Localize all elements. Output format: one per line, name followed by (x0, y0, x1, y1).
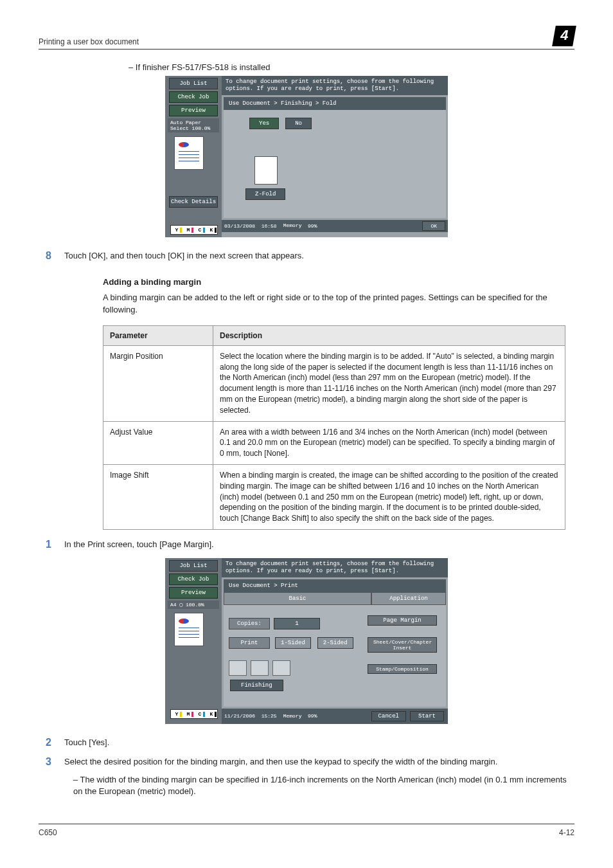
th-description: Description (213, 325, 565, 345)
finishing-button[interactable]: Finishing (230, 680, 283, 691)
screenshot-print: Job List Check Job Preview A4 ▢ 100.0% Y… (165, 558, 448, 724)
start-button[interactable]: Start (410, 711, 444, 721)
ok-button[interactable]: OK (422, 221, 445, 231)
breadcrumb: Use Document > Finishing > Fold (224, 97, 446, 110)
copies-value[interactable]: 1 (274, 618, 320, 629)
footer-time: 16:58 (262, 223, 277, 229)
finisher-note: – If finisher FS-517/FS-518 is installed (129, 62, 574, 72)
instruction-banner: To change document print settings, choos… (222, 76, 448, 95)
footer-page: 4-12 (559, 828, 574, 837)
paper-info: Auto Paper Select 100.0% (168, 118, 219, 132)
page-margin-button[interactable]: Page Margin (368, 615, 437, 626)
preview-tab[interactable]: Preview (169, 105, 218, 116)
footer-memory-label: Memory (283, 713, 302, 719)
cell-param-0: Margin Position (103, 345, 213, 421)
breadcrumb: Use Document > Print (224, 579, 446, 592)
footer-memory-value: 99% (308, 223, 317, 229)
chapter-badge: 4 (552, 26, 576, 46)
footer-date: 11/21/2006 (224, 713, 255, 719)
cell-desc-1: An area with a width between 1/16 and 3/… (213, 421, 565, 464)
footer-time: 15:25 (262, 713, 277, 719)
yes-button[interactable]: Yes (249, 118, 279, 129)
check-job-tab[interactable]: Check Job (169, 574, 218, 585)
copies-label: Copies: (229, 618, 270, 629)
footer-memory-label: Memory (283, 223, 302, 228)
check-details-button[interactable]: Check Details (169, 196, 218, 208)
cell-desc-2: When a binding margin is created, the im… (213, 465, 565, 530)
doc-thumbnail-icon (174, 613, 204, 646)
doc-thumbnail-icon (174, 136, 204, 170)
step-1-text: In the Print screen, touch [Page Margin]… (64, 539, 574, 550)
finishing-icon (229, 660, 247, 676)
cmyk-indicator: YMCK (170, 709, 218, 719)
preview-tab[interactable]: Preview (169, 587, 218, 599)
cell-param-2: Image Shift (103, 465, 213, 530)
step-8-number: 8 (39, 250, 51, 262)
page-preview-icon (254, 156, 278, 185)
step-3-subnote: – The width of the binding margin can be… (73, 774, 574, 797)
intro-text: A binding margin can be added to the lef… (103, 292, 574, 316)
print-label: Print (229, 637, 270, 649)
step-8-text: Touch [OK], and then touch [OK] in the n… (64, 250, 574, 262)
job-list-tab[interactable]: Job List (169, 560, 218, 572)
cell-desc-0: Select the location where the binding ma… (213, 345, 565, 421)
zfold-button[interactable]: Z-Fold (245, 188, 285, 200)
footer-memory-value: 99% (308, 713, 317, 719)
two-sided-button[interactable]: 2-Sided (317, 637, 353, 649)
step-2-number: 2 (39, 737, 51, 748)
no-button[interactable]: No (285, 118, 312, 129)
instruction-banner: To change document print settings, choos… (222, 558, 448, 577)
cmyk-indicator: YMCK (170, 225, 218, 235)
paper-info: A4 ▢ 100.0% (168, 601, 219, 609)
tab-application[interactable]: Application (371, 592, 446, 605)
check-job-tab[interactable]: Check Job (169, 91, 218, 103)
one-sided-button[interactable]: 1-Sided (275, 637, 311, 649)
step-3-number: 3 (39, 756, 51, 798)
step-3-text: Select the desired position for the bind… (64, 756, 574, 768)
footer-date: 03/13/2008 (224, 223, 255, 229)
section-title: Printing a user box document (39, 37, 139, 46)
step-1-number: 1 (39, 539, 51, 550)
th-parameter: Parameter (103, 325, 213, 345)
stamp-button[interactable]: Stamp/Composition (368, 664, 437, 674)
heading-binding-margin: Adding a binding margin (103, 277, 574, 287)
cancel-button[interactable]: Cancel (371, 711, 406, 721)
step-2-text: Touch [Yes]. (64, 737, 574, 748)
footer-model: C650 (39, 828, 57, 837)
job-list-tab[interactable]: Job List (169, 78, 218, 89)
finishing-icon (251, 660, 269, 676)
cell-param-1: Adjust Value (103, 421, 213, 464)
parameter-table: Parameter Description Margin Position Se… (103, 325, 565, 530)
screenshot-fold: Job List Check Job Preview Auto Paper Se… (165, 76, 448, 237)
sheet-cover-button[interactable]: Sheet/Cover/Chapter Insert (368, 637, 437, 653)
finishing-icon (272, 660, 290, 676)
tab-basic[interactable]: Basic (224, 592, 371, 605)
